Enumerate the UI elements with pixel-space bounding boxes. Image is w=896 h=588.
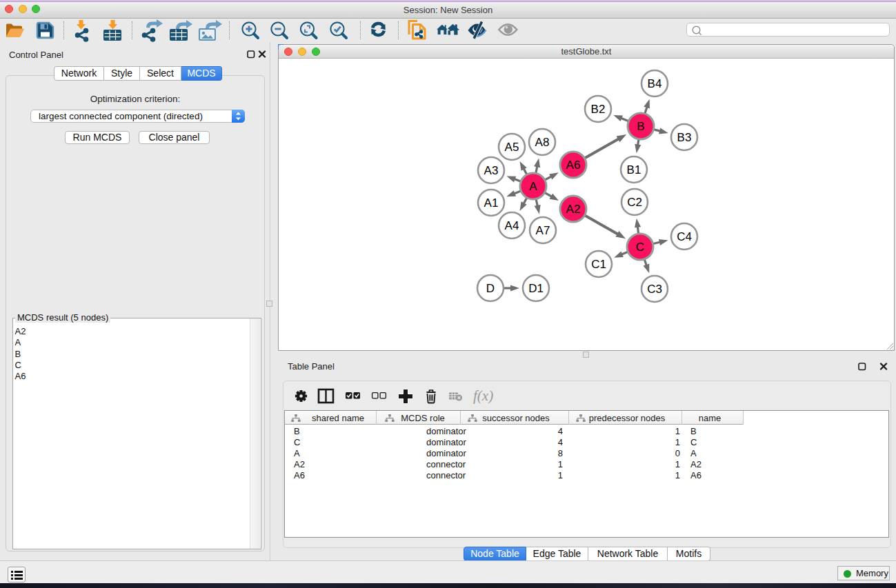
svg-text:C2: C2	[627, 196, 642, 209]
svg-text:A1: A1	[484, 196, 499, 210]
svg-text:C3: C3	[647, 283, 662, 296]
svg-text:C: C	[636, 241, 644, 254]
svg-text:C1: C1	[591, 258, 606, 271]
svg-text:A: A	[529, 180, 537, 193]
svg-text:B4: B4	[648, 77, 662, 90]
svg-text:A7: A7	[536, 224, 550, 237]
svg-text:A5: A5	[505, 141, 519, 154]
svg-text:f(x): f(x)	[473, 387, 493, 404]
svg-text:A4: A4	[505, 219, 519, 232]
svg-text:B3: B3	[677, 131, 692, 144]
svg-text:A2: A2	[566, 203, 581, 216]
svg-text:A8: A8	[535, 136, 550, 149]
svg-text:B: B	[637, 120, 644, 133]
svg-text:D1: D1	[528, 282, 544, 295]
svg-text:B1: B1	[627, 163, 641, 176]
svg-text:D: D	[486, 282, 495, 295]
svg-text:A6: A6	[566, 159, 581, 172]
svg-text:C4: C4	[677, 230, 692, 243]
svg-text:A3: A3	[484, 164, 499, 177]
svg-text:B2: B2	[591, 103, 606, 116]
